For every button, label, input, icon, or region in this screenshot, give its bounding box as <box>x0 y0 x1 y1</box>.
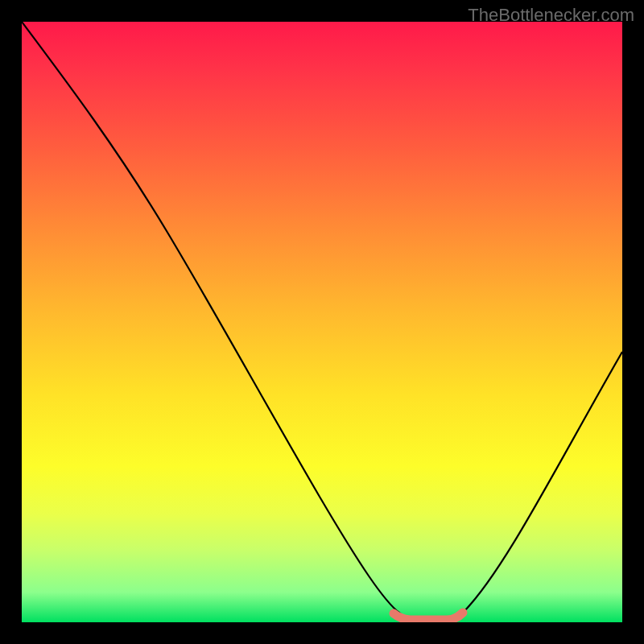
chart-area <box>22 22 622 622</box>
curve-svg <box>22 22 622 622</box>
optimal-range-marker <box>394 613 463 620</box>
watermark-text: TheBottlenecker.com <box>468 5 634 26</box>
bottleneck-curve-path <box>22 22 622 620</box>
